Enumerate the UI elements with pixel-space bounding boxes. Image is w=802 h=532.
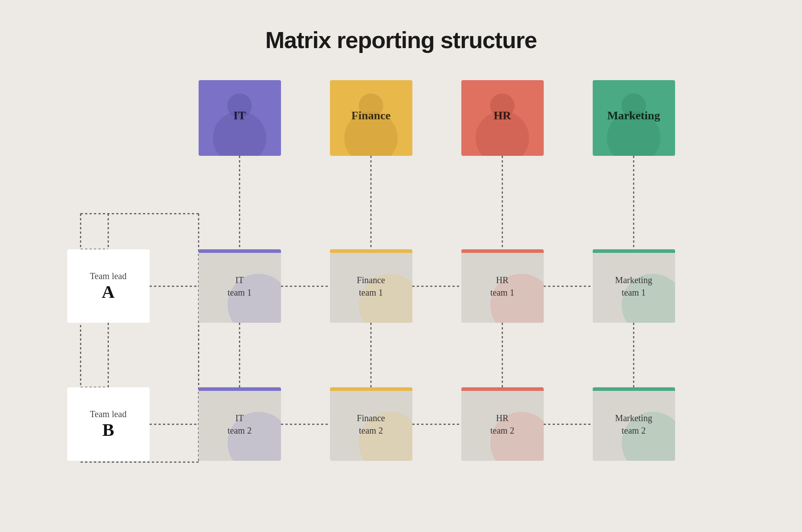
team-marketing-2: Marketing team 2 [593,387,675,461]
dept-card-marketing: Marketing [593,80,675,156]
team-it-1: IT team 1 [199,249,281,323]
team-hr-2: HR team 2 [461,387,544,461]
team-lead-a: Team lead A [67,249,150,323]
team-it-2: IT team 2 [199,387,281,461]
team-lead-b: Team lead B [67,387,150,461]
team-marketing-1: Marketing team 1 [593,249,675,323]
page-title: Matrix reporting structure [265,27,537,53]
team-finance-2: Finance team 2 [330,387,412,461]
team-hr-1: HR team 1 [461,249,544,323]
dept-card-hr: HR [461,80,544,156]
dept-card-finance: Finance [330,80,412,156]
dept-card-it: IT [199,80,281,156]
team-finance-1: Finance team 1 [330,249,412,323]
diagram: IT Finance HR Marketing Team lead A Team… [67,80,735,490]
